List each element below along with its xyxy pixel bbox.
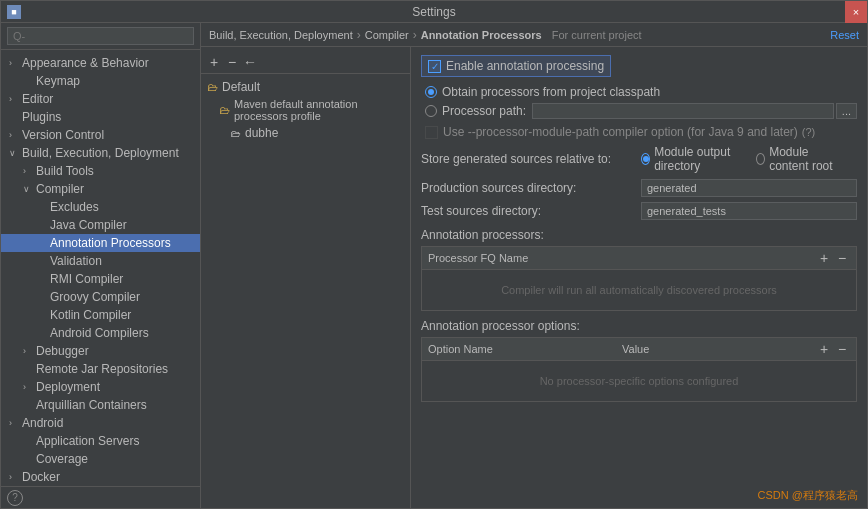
tree-arrow-icon: ›	[9, 94, 19, 104]
sidebar-item-groovy-compiler[interactable]: Groovy Compiler	[1, 288, 200, 306]
sidebar-item-deployment[interactable]: ›Deployment	[1, 378, 200, 396]
sidebar-item-version-control[interactable]: ›Version Control	[1, 126, 200, 144]
sidebar-item-editor[interactable]: ›Editor	[1, 90, 200, 108]
sidebar-item-label: RMI Compiler	[50, 272, 123, 286]
use-option-checkbox[interactable]	[425, 126, 438, 139]
folder-icon: 🗁	[207, 81, 218, 93]
panel-tree-default[interactable]: 🗁 Default	[201, 78, 410, 96]
for-current-label: For current project	[552, 29, 642, 41]
sidebar-item-keymap[interactable]: Keymap	[1, 72, 200, 90]
production-label: Production sources directory:	[421, 181, 641, 195]
enable-label: Enable annotation processing	[446, 59, 604, 73]
add-profile-button[interactable]: +	[205, 53, 223, 71]
processor-path-input[interactable]	[532, 103, 834, 119]
tree-arrow-icon: ›	[9, 130, 19, 140]
use-option-row: Use --processor-module-path compiler opt…	[421, 125, 857, 139]
sidebar-item-java-compiler[interactable]: Java Compiler	[1, 216, 200, 234]
help-icon: (?)	[802, 126, 815, 138]
sidebar-item-arquillian[interactable]: Arquillian Containers	[1, 396, 200, 414]
radio-inner	[428, 89, 434, 95]
processor-path-radio[interactable]	[425, 105, 437, 117]
sidebar-item-label: Docker	[22, 470, 60, 484]
tree-arrow-icon: ∨	[9, 148, 19, 158]
options-hint: No processor-specific options configured	[540, 375, 739, 387]
close-button[interactable]: ×	[845, 1, 867, 23]
sidebar-item-rmi-compiler[interactable]: RMI Compiler	[1, 270, 200, 288]
tree-arrow-icon: ›	[9, 58, 19, 68]
remove-profile-button[interactable]: −	[223, 53, 241, 71]
annotation-proc-section-label: Annotation processors:	[421, 228, 857, 242]
breadcrumb-sep1: ›	[357, 28, 361, 42]
breadcrumb-current: Annotation Processors	[421, 29, 542, 41]
sidebar-item-excludes[interactable]: Excludes	[1, 198, 200, 216]
sidebar-item-remote-jar[interactable]: Remote Jar Repositories	[1, 360, 200, 378]
sidebar-item-label: Excludes	[50, 200, 99, 214]
sidebar-item-android[interactable]: ›Android	[1, 414, 200, 432]
sidebar-item-annotation-processors[interactable]: Annotation Processors	[1, 234, 200, 252]
app-icon: ■	[7, 5, 21, 19]
sidebar-item-label: Android Compilers	[50, 326, 149, 340]
sidebar-item-build-tools[interactable]: ›Build Tools	[1, 162, 200, 180]
sidebar-item-docker[interactable]: ›Docker	[1, 468, 200, 486]
dubhe-icon: 🗁	[231, 128, 241, 139]
sidebar-item-plugins[interactable]: Plugins	[1, 108, 200, 126]
search-input[interactable]	[7, 27, 194, 45]
test-label: Test sources directory:	[421, 204, 641, 218]
module-output-radio[interactable]	[641, 153, 650, 165]
tree-arrow-icon: ›	[9, 472, 19, 482]
proc-hint: Compiler will run all automatically disc…	[501, 284, 777, 296]
sidebar-item-appearance[interactable]: ›Appearance & Behavior	[1, 54, 200, 72]
panel-tree-dubhe[interactable]: 🗁 dubhe	[201, 124, 410, 142]
options-header: Option Name Value + −	[422, 338, 856, 361]
sidebar-item-app-servers[interactable]: Application Servers	[1, 432, 200, 450]
option-remove-button[interactable]: −	[834, 341, 850, 357]
content-root-radio[interactable]	[756, 153, 765, 165]
sidebar-item-label: Validation	[50, 254, 102, 268]
panel-tree-maven-profile[interactable]: 🗁 Maven default annotation processors pr…	[201, 96, 410, 124]
processor-path-browse[interactable]: ...	[836, 103, 857, 119]
test-input[interactable]	[641, 202, 857, 220]
annotation-proc-body: Compiler will run all automatically disc…	[422, 270, 856, 310]
sidebar-item-label: Debugger	[36, 344, 89, 358]
sidebar-item-build[interactable]: ∨Build, Execution, Deployment	[1, 144, 200, 162]
sidebar-item-compiler[interactable]: ∨Compiler	[1, 180, 200, 198]
option-add-button[interactable]: +	[816, 341, 832, 357]
annotation-proc-header: Processor FQ Name + −	[422, 247, 856, 270]
back-button[interactable]: ←	[241, 53, 259, 71]
production-input[interactable]	[641, 179, 857, 197]
options-table: Option Name Value + − No processor-speci…	[421, 337, 857, 402]
production-sources-row: Production sources directory:	[421, 179, 857, 197]
sidebar-item-label: Coverage	[36, 452, 88, 466]
watermark: CSDN @程序猿老高	[758, 488, 858, 503]
sidebar-item-label: Version Control	[22, 128, 104, 142]
options-section-label: Annotation processor options:	[421, 319, 857, 333]
proc-remove-button[interactable]: −	[834, 250, 850, 266]
help-button[interactable]: ?	[7, 490, 23, 506]
option-name-col-header: Option Name	[428, 343, 622, 355]
reset-button[interactable]: Reset	[830, 29, 859, 41]
proc-add-button[interactable]: +	[816, 250, 832, 266]
store-label: Store generated sources relative to:	[421, 152, 641, 166]
enable-checkbox[interactable]: ✓	[428, 60, 441, 73]
content-root-option[interactable]: Module content root	[756, 145, 845, 173]
tree-arrow-icon: ›	[23, 382, 33, 392]
sidebar-item-android-compilers[interactable]: Android Compilers	[1, 324, 200, 342]
tree-arrow-icon: ›	[9, 418, 19, 428]
sidebar-item-validation[interactable]: Validation	[1, 252, 200, 270]
sidebar-item-label: Editor	[22, 92, 53, 106]
maven-folder-icon: 🗁	[219, 104, 230, 116]
enable-processing-row[interactable]: ✓ Enable annotation processing	[421, 55, 611, 77]
radio-inner2	[643, 156, 649, 162]
annotation-processors-table: Processor FQ Name + − Compiler will run …	[421, 246, 857, 311]
sidebar-item-coverage[interactable]: Coverage	[1, 450, 200, 468]
tree-arrow-icon: ›	[23, 346, 33, 356]
obtain-classpath-radio[interactable]	[425, 86, 437, 98]
sidebar-item-label: Keymap	[36, 74, 80, 88]
processor-path-label: Processor path:	[442, 104, 526, 118]
content-root-label: Module content root	[769, 145, 845, 173]
sidebar-item-debugger[interactable]: ›Debugger	[1, 342, 200, 360]
tree-arrow-icon: ›	[23, 166, 33, 176]
module-output-option[interactable]: Module output directory	[641, 145, 744, 173]
sidebar-item-kotlin-compiler[interactable]: Kotlin Compiler	[1, 306, 200, 324]
obtain-classpath-label: Obtain processors from project classpath	[442, 85, 660, 99]
